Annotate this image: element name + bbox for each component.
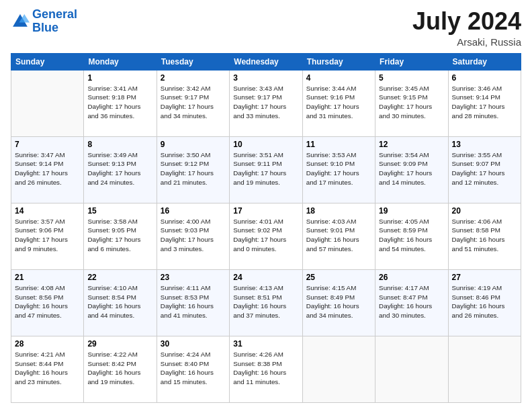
month-title: July 2024 <box>412 8 521 35</box>
day-info: Sunrise: 4:06 AMSunset: 8:58 PMDaylight:… <box>452 217 517 254</box>
calendar-cell: 8Sunrise: 3:49 AMSunset: 9:13 PMDaylight… <box>84 136 157 203</box>
weekday-header-sunday: Sunday <box>11 53 84 70</box>
calendar-cell <box>302 336 375 402</box>
day-info: Sunrise: 3:53 AMSunset: 9:10 PMDaylight:… <box>306 150 371 187</box>
day-number: 30 <box>161 339 226 349</box>
calendar-cell: 13Sunrise: 3:55 AMSunset: 9:07 PMDayligh… <box>448 136 521 203</box>
calendar-cell <box>375 336 448 402</box>
day-number: 25 <box>306 273 371 282</box>
calendar-cell: 1Sunrise: 3:41 AMSunset: 9:18 PMDaylight… <box>84 70 157 136</box>
calendar-cell: 26Sunrise: 4:17 AMSunset: 8:47 PMDayligh… <box>375 269 448 336</box>
day-number: 17 <box>233 206 298 216</box>
day-info: Sunrise: 3:47 AMSunset: 9:14 PMDaylight:… <box>15 150 80 187</box>
calendar-cell: 22Sunrise: 4:10 AMSunset: 8:54 PMDayligh… <box>84 269 157 336</box>
day-info: Sunrise: 3:58 AMSunset: 9:05 PMDaylight:… <box>87 217 152 254</box>
day-number: 9 <box>161 140 226 149</box>
day-info: Sunrise: 3:51 AMSunset: 9:11 PMDaylight:… <box>233 150 298 187</box>
day-info: Sunrise: 3:49 AMSunset: 9:13 PMDaylight:… <box>87 150 152 187</box>
logo: General Blue <box>11 8 77 35</box>
day-number: 15 <box>87 206 152 216</box>
calendar-cell: 10Sunrise: 3:51 AMSunset: 9:11 PMDayligh… <box>230 136 302 203</box>
logo-line2: Blue <box>32 21 77 35</box>
calendar-cell: 30Sunrise: 4:24 AMSunset: 8:40 PMDayligh… <box>157 336 229 402</box>
day-number: 3 <box>233 73 298 83</box>
day-number: 28 <box>15 339 80 349</box>
day-info: Sunrise: 3:45 AMSunset: 9:15 PMDaylight:… <box>379 84 444 121</box>
weekday-header-monday: Monday <box>84 53 157 70</box>
week-row-1: 1Sunrise: 3:41 AMSunset: 9:18 PMDaylight… <box>11 70 521 136</box>
day-number: 23 <box>161 273 226 282</box>
calendar-cell: 3Sunrise: 3:43 AMSunset: 9:17 PMDaylight… <box>230 70 302 136</box>
day-number: 21 <box>15 273 80 282</box>
day-number: 7 <box>15 140 80 149</box>
day-number: 13 <box>452 140 517 149</box>
day-number: 1 <box>87 73 152 83</box>
day-info: Sunrise: 3:41 AMSunset: 9:18 PMDaylight:… <box>87 84 152 121</box>
day-info: Sunrise: 4:26 AMSunset: 8:38 PMDaylight:… <box>233 350 298 387</box>
calendar-cell: 24Sunrise: 4:13 AMSunset: 8:51 PMDayligh… <box>230 269 302 336</box>
calendar-cell: 16Sunrise: 4:00 AMSunset: 9:03 PMDayligh… <box>157 203 229 269</box>
day-info: Sunrise: 4:03 AMSunset: 9:01 PMDaylight:… <box>306 217 371 254</box>
week-row-5: 28Sunrise: 4:21 AMSunset: 8:44 PMDayligh… <box>11 336 521 402</box>
calendar-cell: 28Sunrise: 4:21 AMSunset: 8:44 PMDayligh… <box>11 336 84 402</box>
day-info: Sunrise: 3:55 AMSunset: 9:07 PMDaylight:… <box>452 150 517 187</box>
calendar-cell <box>11 70 84 136</box>
calendar-cell: 31Sunrise: 4:26 AMSunset: 8:38 PMDayligh… <box>230 336 302 402</box>
calendar-table: SundayMondayTuesdayWednesdayThursdayFrid… <box>11 53 521 403</box>
day-info: Sunrise: 4:13 AMSunset: 8:51 PMDaylight:… <box>233 283 298 320</box>
week-row-3: 14Sunrise: 3:57 AMSunset: 9:06 PMDayligh… <box>11 203 521 269</box>
day-number: 10 <box>233 140 298 149</box>
weekday-header-row: SundayMondayTuesdayWednesdayThursdayFrid… <box>11 53 521 70</box>
calendar-cell: 25Sunrise: 4:15 AMSunset: 8:49 PMDayligh… <box>302 269 375 336</box>
day-info: Sunrise: 4:01 AMSunset: 9:02 PMDaylight:… <box>233 217 298 254</box>
weekday-header-saturday: Saturday <box>448 53 521 70</box>
logo-icon <box>11 12 30 31</box>
week-row-4: 21Sunrise: 4:08 AMSunset: 8:56 PMDayligh… <box>11 269 521 336</box>
week-row-2: 7Sunrise: 3:47 AMSunset: 9:14 PMDaylight… <box>11 136 521 203</box>
day-info: Sunrise: 3:44 AMSunset: 9:16 PMDaylight:… <box>306 84 371 121</box>
day-info: Sunrise: 3:42 AMSunset: 9:17 PMDaylight:… <box>161 84 226 121</box>
day-number: 24 <box>233 273 298 282</box>
day-info: Sunrise: 4:08 AMSunset: 8:56 PMDaylight:… <box>15 283 80 320</box>
calendar-cell: 23Sunrise: 4:11 AMSunset: 8:53 PMDayligh… <box>157 269 229 336</box>
calendar-cell: 18Sunrise: 4:03 AMSunset: 9:01 PMDayligh… <box>302 203 375 269</box>
day-number: 12 <box>379 140 444 149</box>
day-info: Sunrise: 4:24 AMSunset: 8:40 PMDaylight:… <box>161 350 226 387</box>
weekday-header-tuesday: Tuesday <box>157 53 229 70</box>
day-info: Sunrise: 4:19 AMSunset: 8:46 PMDaylight:… <box>452 283 517 320</box>
day-info: Sunrise: 4:11 AMSunset: 8:53 PMDaylight:… <box>161 283 226 320</box>
header: General Blue July 2024 Arsaki, Russia <box>11 8 521 48</box>
day-number: 11 <box>306 140 371 149</box>
calendar-cell: 14Sunrise: 3:57 AMSunset: 9:06 PMDayligh… <box>11 203 84 269</box>
day-number: 18 <box>306 206 371 216</box>
day-number: 22 <box>87 273 152 282</box>
day-info: Sunrise: 4:22 AMSunset: 8:42 PMDaylight:… <box>87 350 152 387</box>
calendar-cell: 29Sunrise: 4:22 AMSunset: 8:42 PMDayligh… <box>84 336 157 402</box>
day-info: Sunrise: 4:21 AMSunset: 8:44 PMDaylight:… <box>15 350 80 387</box>
day-info: Sunrise: 3:54 AMSunset: 9:09 PMDaylight:… <box>379 150 444 187</box>
calendar-cell <box>448 336 521 402</box>
calendar-cell: 5Sunrise: 3:45 AMSunset: 9:15 PMDaylight… <box>375 70 448 136</box>
day-info: Sunrise: 4:10 AMSunset: 8:54 PMDaylight:… <box>87 283 152 320</box>
day-number: 19 <box>379 206 444 216</box>
page: General Blue July 2024 Arsaki, Russia Su… <box>0 0 532 411</box>
day-number: 31 <box>233 339 298 349</box>
day-info: Sunrise: 4:05 AMSunset: 8:59 PMDaylight:… <box>379 217 444 254</box>
logo-line1: General <box>32 7 77 21</box>
day-info: Sunrise: 3:57 AMSunset: 9:06 PMDaylight:… <box>15 217 80 254</box>
logo-text: General Blue <box>32 8 77 35</box>
day-number: 27 <box>452 273 517 282</box>
day-number: 8 <box>87 140 152 149</box>
day-number: 6 <box>452 73 517 83</box>
title-block: July 2024 Arsaki, Russia <box>412 8 521 48</box>
day-info: Sunrise: 3:43 AMSunset: 9:17 PMDaylight:… <box>233 84 298 121</box>
calendar-cell: 12Sunrise: 3:54 AMSunset: 9:09 PMDayligh… <box>375 136 448 203</box>
day-info: Sunrise: 4:00 AMSunset: 9:03 PMDaylight:… <box>161 217 226 254</box>
calendar-cell: 15Sunrise: 3:58 AMSunset: 9:05 PMDayligh… <box>84 203 157 269</box>
weekday-header-friday: Friday <box>375 53 448 70</box>
calendar-cell: 27Sunrise: 4:19 AMSunset: 8:46 PMDayligh… <box>448 269 521 336</box>
day-number: 29 <box>87 339 152 349</box>
calendar-cell: 9Sunrise: 3:50 AMSunset: 9:12 PMDaylight… <box>157 136 229 203</box>
calendar-cell: 7Sunrise: 3:47 AMSunset: 9:14 PMDaylight… <box>11 136 84 203</box>
location: Arsaki, Russia <box>412 36 521 48</box>
